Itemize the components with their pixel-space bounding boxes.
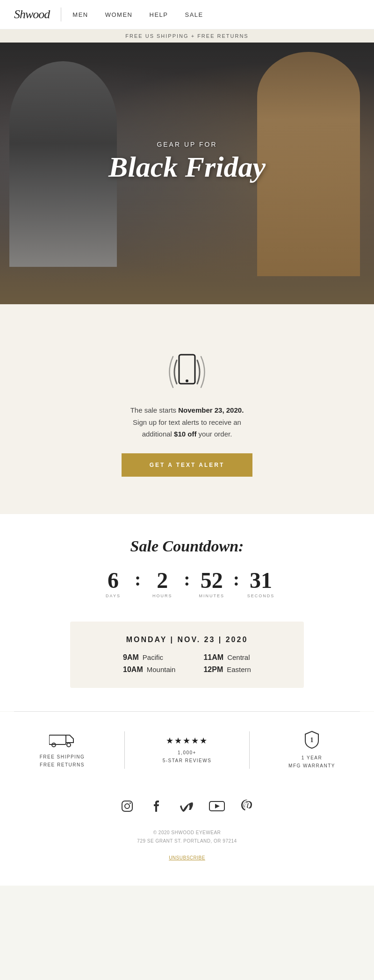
facebook-icon[interactable] [149,798,165,815]
colon-2: : [181,569,193,590]
svg-marker-13 [215,804,220,808]
countdown-days: 6 DAYS [94,569,132,598]
vimeo-icon[interactable] [179,798,195,815]
navigation: Shwood Men Women Help Sale [0,0,374,29]
address-text: 729 SE GRANT ST. PORTLAND, OR 97214 [0,837,374,845]
countdown-hours: 2 HOURS [144,569,181,598]
countdown-seconds: 31 SECONDS [242,569,280,598]
nav-help[interactable]: Help [150,11,168,18]
zone-central: Central [227,653,250,661]
perks-section: FREE SHIPPING FREE RETURNS ★★★★★ 1,000+ … [0,712,374,788]
schedule-date: MONDAY | NOV. 23 | 2020 [89,636,285,644]
schedule-pacific: 9AM Pacific [123,653,175,662]
logo: Shwood [14,7,50,21]
minutes-label: MINUTES [193,594,230,598]
promo-banner: FREE US SHIPPING + FREE RETURNS [0,29,374,43]
reviews-text: 1,000+ 5-STAR REVIEWS [134,749,240,765]
time-12pm: 12PM [203,665,223,674]
minutes-number: 52 [193,569,230,592]
colon-1: : [132,569,144,590]
schedule-box: MONDAY | NOV. 23 | 2020 9AM Pacific 10AM… [70,622,304,688]
nav-women[interactable]: Women [105,11,133,18]
nav-divider [61,7,61,21]
chevron-shape [0,304,374,346]
alert-description: The sale starts November 23, 2020. Sign … [0,404,374,440]
nav-links: Men Women Help Sale [72,10,203,19]
days-label: DAYS [94,594,132,598]
svg-point-7 [67,743,71,747]
schedule-times: 9AM Pacific 10AM Mountain 11AM Central 1… [89,653,285,674]
zone-pacific: Pacific [143,653,163,661]
schedule-section: MONDAY | NOV. 23 | 2020 9AM Pacific 10AM… [0,617,374,711]
perk-shipping-line2: FREE RETURNS [40,762,85,767]
alert-section: The sale starts November 23, 2020. Sign … [0,304,374,514]
hours-number: 2 [144,569,181,592]
shipping-icon [49,731,75,748]
cta-wrapper: GET A TEXT ALERT [0,453,374,477]
perk-shipping-line1: FREE SHIPPING [40,754,85,759]
nav-men[interactable]: Men [72,11,88,18]
alert-line3-normal: additional [142,430,174,438]
stars-icon: ★★★★★ [134,736,240,746]
hero-subtitle: GEAR UP FOR [94,141,280,148]
zone-eastern: Eastern [227,665,251,673]
svg-point-11 [129,802,131,804]
svg-marker-5 [66,735,73,743]
alert-discount: $10 off [174,430,196,438]
copyright-text: © 2020 SHWOOD EYEWEAR [0,829,374,837]
warranty-text: 1 YEAR MFG WARRANTY [259,754,365,770]
seconds-label: SECONDS [242,594,280,598]
countdown-title: Sale Countdown: [14,537,360,555]
footer-copyright: © 2020 SHWOOD EYEWEAR 729 SE GRANT ST. P… [0,829,374,862]
perk-warranty-line1: 1 YEAR [302,755,322,760]
social-icons [0,798,374,815]
hours-label: HOURS [144,594,181,598]
countdown-timer: 6 DAYS : 2 HOURS : 52 MINUTES : 31 SECON… [14,569,360,598]
svg-rect-9 [122,801,132,811]
time-9am: 9AM [123,653,139,662]
time-11am: 11AM [203,653,223,662]
alert-line2: Sign up for text alerts to receive an [0,416,374,429]
days-number: 6 [94,569,132,592]
phone-icon [164,351,210,393]
youtube-icon[interactable] [209,798,225,815]
alert-line3-end: your order. [196,430,232,438]
pinterest-icon[interactable] [238,798,255,815]
seconds-number: 31 [242,569,280,592]
colon-3: : [230,569,242,590]
schedule-eastern: 12PM Eastern [203,665,251,674]
perk-reviews-line1: 1,000+ [178,750,196,755]
alert-date: November 23, 2020. [178,406,244,414]
nav-sale[interactable]: Sale [185,11,203,18]
perk-reviews: ★★★★★ 1,000+ 5-STAR REVIEWS [125,736,249,765]
schedule-col-right: 11AM Central 12PM Eastern [203,653,251,674]
perk-warranty-line2: MFG WARRANTY [288,763,335,768]
svg-text:1: 1 [310,737,314,744]
social-section: © 2020 SHWOOD EYEWEAR 729 SE GRANT ST. P… [0,788,374,886]
hero-text: GEAR UP FOR Black Friday [94,141,280,182]
alert-line1-normal: The sale starts [130,406,179,414]
hero-title: Black Friday [94,152,280,182]
schedule-col-left: 9AM Pacific 10AM Mountain [123,653,175,674]
instagram-icon[interactable] [119,798,136,815]
schedule-mountain: 10AM Mountain [123,665,175,674]
countdown-section: Sale Countdown: 6 DAYS : 2 HOURS : 52 MI… [0,514,374,617]
svg-rect-4 [49,735,66,744]
countdown-minutes: 52 MINUTES [193,569,230,598]
svg-point-10 [125,804,129,808]
svg-point-3 [186,379,188,382]
unsubscribe-link[interactable]: UNSUBSCRIBE [169,855,205,860]
banner-text: FREE US SHIPPING + FREE RETURNS [125,33,248,39]
shield-icon: 1 [303,730,320,749]
shipping-text: FREE SHIPPING FREE RETURNS [9,753,115,769]
svg-marker-0 [0,309,374,346]
perk-reviews-line2: 5-STAR REVIEWS [163,758,212,763]
svg-rect-2 [181,358,193,378]
hero-section: GEAR UP FOR Black Friday [0,43,374,304]
perk-shipping: FREE SHIPPING FREE RETURNS [0,731,124,769]
get-text-alert-button[interactable]: GET A TEXT ALERT [122,453,253,477]
phone-icon-container [0,351,374,393]
perk-warranty: 1 1 YEAR MFG WARRANTY [250,730,374,770]
zone-mountain: Mountain [147,665,176,673]
schedule-central: 11AM Central [203,653,251,662]
